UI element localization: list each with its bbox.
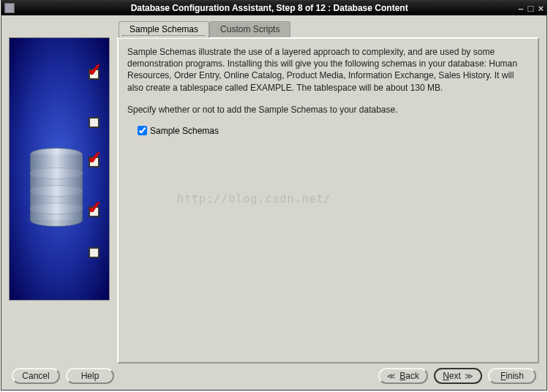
tab-label: Custom Scripts [220, 24, 279, 34]
help-button[interactable]: Help [66, 368, 114, 384]
back-button[interactable]: ≪ Back [378, 368, 428, 384]
maximize-button[interactable]: □ [528, 3, 534, 14]
button-label: Help [81, 371, 100, 381]
button-label: Next [443, 371, 461, 381]
button-bar: Cancel Help ≪ Back Next ≫ Finish [9, 363, 539, 385]
instruction-text: Specify whether or not to add the Sample… [127, 104, 529, 116]
tab-custom-scripts[interactable]: Custom Scripts [209, 21, 290, 37]
minimize-button[interactable]: – [518, 3, 523, 14]
finish-button[interactable]: Finish [488, 368, 536, 384]
tab-label: Sample Schemas [130, 24, 198, 34]
cancel-button[interactable]: Cancel [12, 368, 60, 384]
chevron-left-icon: ≪ [387, 372, 396, 381]
tab-row: Sample Schemas Custom Scripts [119, 21, 539, 37]
button-label: Cancel [22, 371, 49, 381]
button-label: Finish [500, 371, 524, 381]
description-text: Sample Schemas illustrate the use of a l… [127, 46, 529, 94]
button-label: Back [399, 371, 419, 381]
tab-content: Sample Schemas illustrate the use of a l… [117, 37, 539, 363]
sample-schemas-label: Sample Schemas [150, 126, 219, 136]
tab-sample-schemas[interactable]: Sample Schemas [119, 21, 209, 38]
watermark-text: http://blog.csdn.net/ [177, 192, 331, 206]
chevron-right-icon: ≫ [465, 372, 473, 381]
title-bar: Database Configuration Assistant, Step 8… [1, 1, 547, 15]
next-button[interactable]: Next ≫ [434, 368, 482, 384]
close-button[interactable]: × [538, 3, 544, 14]
sample-schemas-checkbox[interactable] [138, 126, 147, 135]
wizard-graphic: ✓ ✓ ✓ [9, 37, 110, 301]
window-title: Database Configuration Assistant, Step 8… [20, 3, 518, 13]
app-icon [4, 3, 15, 13]
